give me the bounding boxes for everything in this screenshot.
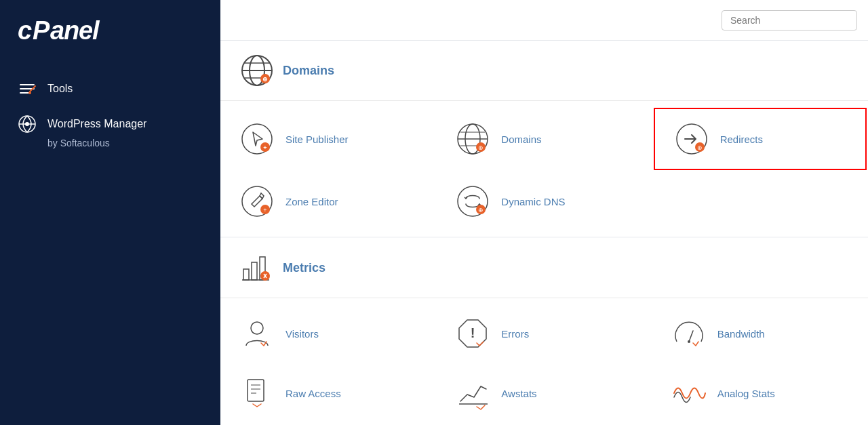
svg-text:P: P: [33, 16, 50, 45]
svg-text:⊕: ⊕: [478, 207, 484, 214]
svg-line-49: [689, 331, 693, 342]
dynamic-dns-icon: ⊕: [455, 184, 490, 219]
metrics-section-header: Metrics: [220, 238, 868, 298]
svg-text:⊕: ⊕: [262, 76, 268, 83]
domains-item[interactable]: ⊕ Domains: [436, 106, 652, 171]
visitors-label: Visitors: [285, 328, 319, 340]
zone-editor-icon: +: [239, 184, 275, 219]
svg-text:c: c: [18, 16, 32, 45]
redirects-icon: ⊕: [674, 121, 709, 157]
domains-items-grid: + Site Publisher ⊕ Domains: [220, 101, 868, 237]
awstats-icon: [455, 376, 490, 411]
analog-stats-item[interactable]: Analog Stats: [652, 363, 868, 423]
domains-item-label: Domains: [501, 134, 541, 145]
redirects-item[interactable]: ⊕ Redirects: [654, 108, 867, 170]
svg-rect-51: [248, 380, 264, 401]
metrics-section: Metrics Visitors !: [220, 238, 868, 425]
analog-stats-icon: [671, 376, 707, 411]
domains-icon: ⊕: [455, 121, 490, 157]
tools-icon: [16, 78, 38, 100]
svg-rect-39: [243, 269, 249, 280]
cpanel-logo: c P a n e l: [16, 14, 204, 52]
bandwidth-label: Bandwidth: [717, 328, 765, 340]
svg-text:⊕: ⊕: [478, 144, 484, 151]
redirects-label: Redirects: [720, 134, 763, 145]
svg-text:e: e: [79, 16, 93, 45]
raw-access-item[interactable]: Raw Access: [220, 363, 436, 423]
sidebar-item-tools-label: Tools: [47, 83, 73, 95]
svg-point-46: [251, 322, 263, 334]
errors-item[interactable]: ! Errors: [436, 304, 652, 363]
dynamic-dns-label: Dynamic DNS: [501, 196, 565, 207]
svg-point-50: [688, 340, 690, 343]
site-publisher-icon: +: [239, 121, 275, 157]
svg-text:+: +: [263, 144, 267, 151]
svg-text:a: a: [50, 16, 64, 45]
domains-section: ⊕ Domains + Site Publisher: [220, 41, 868, 237]
raw-access-label: Raw Access: [285, 388, 341, 399]
sidebar-sub-softaculous: by Softaculous: [16, 138, 204, 148]
sidebar-item-tools[interactable]: Tools: [16, 71, 204, 106]
main-content: ⊕ Domains + Site Publisher: [220, 0, 868, 425]
awstats-item[interactable]: Awstats: [436, 363, 652, 423]
wordpress-icon: [16, 113, 38, 135]
svg-text:⊕: ⊕: [697, 144, 703, 151]
svg-text:+: +: [263, 207, 267, 214]
sidebar: c P a n e l Tools: [0, 0, 220, 425]
visitors-icon: [239, 316, 275, 351]
analog-stats-label: Analog Stats: [717, 388, 775, 399]
metrics-section-icon: [239, 250, 275, 285]
bandwidth-item[interactable]: Bandwidth: [652, 304, 868, 363]
metrics-items-grid: Visitors ! Errors: [220, 298, 868, 425]
site-publisher-label: Site Publisher: [285, 134, 349, 145]
zone-editor-item[interactable]: + Zone Editor: [220, 171, 436, 231]
errors-icon: !: [455, 316, 490, 351]
domains-section-title: Domains: [283, 64, 334, 78]
domains-section-icon: ⊕: [239, 53, 275, 88]
sidebar-item-wp-label: WordPress Manager: [47, 118, 146, 130]
dynamic-dns-item[interactable]: ⊕ Dynamic DNS: [436, 171, 652, 231]
zone-editor-label: Zone Editor: [285, 196, 338, 207]
header: [220, 0, 868, 41]
svg-point-9: [28, 92, 31, 94]
awstats-label: Awstats: [501, 388, 536, 399]
svg-text:l: l: [92, 16, 100, 45]
metrics-section-title: Metrics: [283, 261, 326, 275]
svg-text:n: n: [64, 16, 79, 45]
search-input[interactable]: [722, 10, 857, 31]
svg-text:!: !: [471, 325, 475, 340]
sidebar-item-wordpress-manager[interactable]: WordPress Manager: [16, 106, 204, 142]
domains-section-header: ⊕ Domains: [220, 41, 868, 101]
visitors-item[interactable]: Visitors: [220, 304, 436, 363]
raw-access-icon: [239, 376, 275, 411]
errors-label: Errors: [501, 328, 529, 340]
bandwidth-icon: [671, 316, 707, 351]
site-publisher-item[interactable]: + Site Publisher: [220, 106, 436, 171]
svg-rect-40: [252, 262, 257, 280]
